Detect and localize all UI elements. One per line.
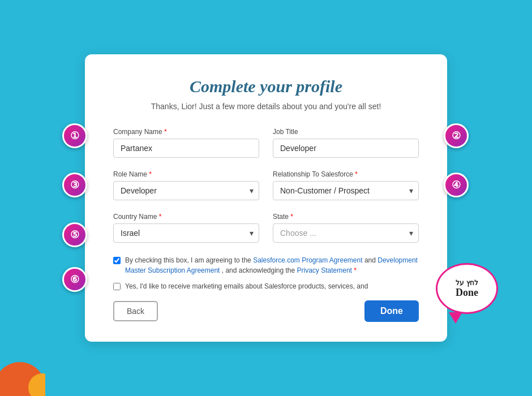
relationship-group: Relationship To Salesforce * Non-Custome… (273, 170, 419, 200)
speech-bubble: לחץ על Done (436, 263, 498, 314)
company-name-label: Company Name * (113, 128, 259, 136)
agreement-required-star: * (354, 266, 357, 274)
bubble-text-hebrew: לחץ על (456, 279, 478, 287)
marketing-text: Yes, I'd like to receive marketing email… (125, 281, 368, 291)
step-badge-3: ③ (62, 173, 87, 197)
bubble-text-done: Done (456, 287, 478, 299)
form-row-2: Role Name * Developer Admin Architect Co… (113, 170, 419, 200)
step-badge-1: ① (62, 123, 87, 148)
state-select[interactable]: Choose ... (273, 223, 419, 243)
step-badge-5: ⑤ (62, 222, 87, 247)
step-badge-6: ⑥ (62, 267, 87, 292)
program-agreement-link[interactable]: Salesforce.com Program Agreement (253, 256, 362, 264)
state-select-wrapper: Choose ... (273, 223, 419, 243)
relationship-required-star: * (353, 170, 358, 178)
decorative-bottom-left (0, 362, 45, 396)
job-title-input[interactable] (273, 139, 419, 158)
company-required-star: * (162, 128, 167, 136)
role-name-label: Role Name * (113, 170, 259, 178)
country-name-label: Country Name * (113, 213, 259, 221)
step-badge-2: ② (444, 123, 469, 148)
agreement-checkbox-row: By checking this box, I am agreeing to t… (113, 255, 419, 276)
checkbox-section: By checking this box, I am agreeing to t… (113, 255, 419, 291)
relationship-select[interactable]: Non-Customer / Prospect Customer Partner (273, 181, 419, 200)
company-name-input[interactable] (113, 139, 259, 158)
state-group: State * Choose ... (273, 213, 419, 243)
profile-card: Complete your profile Thanks, Lior! Just… (85, 54, 447, 342)
agreement-checkbox[interactable] (113, 257, 121, 264)
step-badge-4: ④ (444, 173, 469, 197)
form-row-3: Country Name * Israel United States Unit… (113, 213, 419, 243)
state-required-star: * (289, 213, 293, 221)
job-title-group: Job Title (273, 128, 419, 158)
back-button[interactable]: Back (113, 301, 158, 321)
form-row-1: Company Name * Job Title (113, 128, 419, 158)
agreement-text: By checking this box, I am agreeing to t… (125, 255, 419, 276)
role-name-select[interactable]: Developer Admin Architect Consultant (113, 181, 259, 200)
company-name-group: Company Name * (113, 128, 259, 158)
role-name-select-wrapper: Developer Admin Architect Consultant (113, 181, 259, 200)
relationship-label: Relationship To Salesforce * (273, 170, 419, 178)
button-row: Back Done (113, 300, 419, 322)
privacy-statement-link[interactable]: Privacy Statement (297, 266, 352, 274)
page-title: Complete your profile (113, 77, 419, 96)
country-select-wrapper: Israel United States United Kingdom (113, 223, 259, 243)
country-select[interactable]: Israel United States United Kingdom (113, 223, 259, 243)
page-subtitle: Thanks, Lior! Just a few more details ab… (113, 102, 419, 111)
relationship-select-wrapper: Non-Customer / Prospect Customer Partner (273, 181, 419, 200)
role-name-group: Role Name * Developer Admin Architect Co… (113, 170, 259, 200)
country-name-group: Country Name * Israel United States Unit… (113, 213, 259, 243)
country-required-star: * (157, 213, 161, 221)
role-required-star: * (147, 170, 152, 178)
state-label: State * (273, 213, 419, 221)
job-title-label: Job Title (273, 128, 419, 136)
marketing-checkbox-row: Yes, I'd like to receive marketing email… (113, 281, 419, 291)
marketing-checkbox[interactable] (113, 283, 121, 290)
done-button[interactable]: Done (364, 300, 419, 322)
